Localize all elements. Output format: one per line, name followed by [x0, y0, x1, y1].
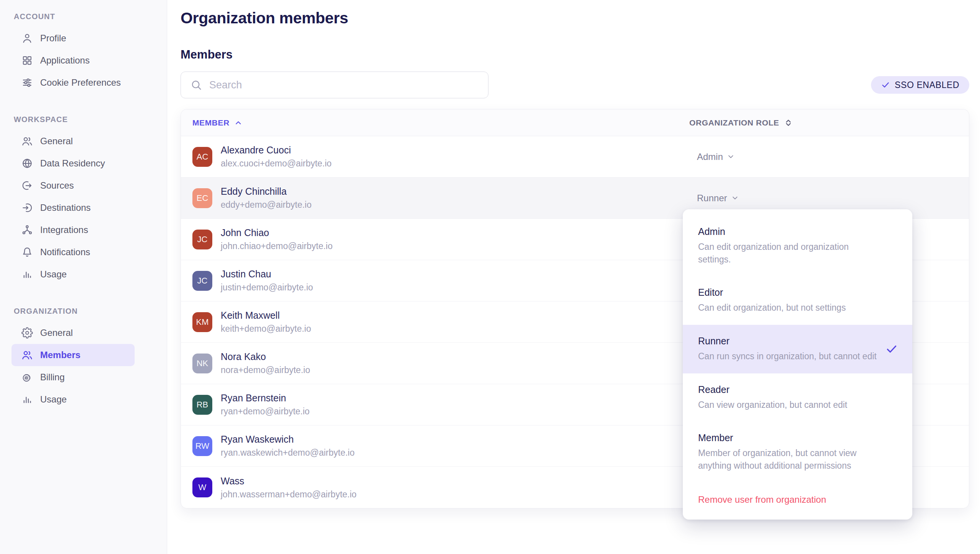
member-email: ryan+demo@airbyte.io — [221, 406, 309, 417]
sidebar-item-label: Sources — [40, 180, 74, 191]
chevron-down-icon — [731, 194, 739, 202]
role-dropdown-trigger[interactable]: Admin — [689, 152, 735, 162]
sidebar-item-label: Billing — [40, 372, 65, 383]
member-email: justin+demo@airbyte.io — [221, 282, 313, 293]
sidebar-item-label: Members — [40, 350, 80, 360]
sidebar-section-workspace: WORKSPACE General Data Residency Sources… — [11, 115, 167, 285]
member-cell: RB Ryan Bernstein ryan+demo@airbyte.io — [192, 393, 689, 417]
role-option-runner[interactable]: Runner Can run syncs in organization, bu… — [683, 325, 912, 373]
member-name: Keith Maxwell — [221, 310, 311, 321]
bar-chart-icon — [21, 269, 33, 280]
remove-user-button[interactable]: Remove user from organization — [683, 483, 912, 515]
column-header-organization-role[interactable]: ORGANIZATION ROLE — [689, 118, 793, 127]
role-option-description: Can run syncs in organization, but canno… — [698, 350, 878, 363]
role-option-reader[interactable]: Reader Can view organization, but cannot… — [683, 373, 912, 422]
section-label-workspace: WORKSPACE — [14, 115, 167, 124]
column-header-member[interactable]: MEMBER — [192, 118, 689, 127]
role-option-name: Admin — [698, 226, 880, 237]
member-name: Nora Kako — [221, 351, 310, 362]
sidebar-item-billing[interactable]: Billing — [11, 366, 135, 388]
sso-badge-label: SSO ENABLED — [895, 80, 959, 90]
globe-icon — [21, 158, 33, 169]
column-label: ORGANIZATION ROLE — [689, 118, 779, 127]
member-email: ryan.waskewich+demo@airbyte.io — [221, 448, 355, 458]
member-email: john.wasserman+demo@airbyte.io — [221, 489, 357, 500]
members-heading: Members — [181, 48, 969, 62]
sidebar-item-organization-general[interactable]: General — [11, 322, 135, 344]
members-toolbar: SSO ENABLED — [181, 72, 969, 98]
member-email: john.chiao+demo@airbyte.io — [221, 241, 333, 251]
search-box — [181, 72, 488, 98]
section-label-organization: ORGANIZATION — [14, 307, 167, 316]
member-cell: KM Keith Maxwell keith+demo@airbyte.io — [192, 310, 689, 334]
sidebar-item-label: Usage — [40, 269, 67, 280]
table-header: MEMBER ORGANIZATION ROLE — [181, 109, 969, 136]
role-option-name: Editor — [698, 287, 880, 298]
sidebar-item-profile[interactable]: Profile — [11, 27, 135, 49]
member-cell: EC Eddy Chinchilla eddy+demo@airbyte.io — [192, 186, 689, 210]
member-cell: NK Nora Kako nora+demo@airbyte.io — [192, 351, 689, 375]
chevron-up-icon — [234, 119, 243, 127]
avatar: W — [192, 477, 212, 497]
role-option-member[interactable]: Member Member of organization, but canno… — [683, 422, 912, 482]
avatar: KM — [192, 312, 212, 332]
destination-icon — [21, 202, 33, 213]
member-name: Alexandre Cuoci — [221, 145, 332, 156]
member-cell: JC John Chiao john.chiao+demo@airbyte.io — [192, 227, 689, 251]
sidebar-item-sources[interactable]: Sources — [11, 174, 135, 197]
avatar: AC — [192, 147, 212, 167]
users-icon — [21, 349, 33, 361]
check-icon — [886, 343, 898, 355]
sidebar-item-label: Notifications — [40, 247, 90, 257]
member-cell: RW Ryan Waskewich ryan.waskewich+demo@ai… — [192, 434, 689, 458]
sidebar-item-notifications[interactable]: Notifications — [11, 241, 135, 263]
sidebar-item-organization-usage[interactable]: Usage — [11, 388, 135, 411]
settings-sidebar: ACCOUNT Profile Applications Cookie Pref… — [0, 0, 167, 554]
role-option-name: Reader — [698, 384, 880, 395]
role-dropdown-trigger[interactable]: Runner — [689, 193, 739, 204]
bar-chart-icon — [21, 394, 33, 405]
role-value: Admin — [697, 152, 723, 162]
sidebar-item-label: Applications — [40, 55, 90, 66]
search-icon — [190, 79, 202, 91]
sidebar-item-label: Usage — [40, 394, 67, 405]
check-icon — [881, 80, 890, 90]
member-cell: W Wass john.wasserman+demo@airbyte.io — [192, 476, 689, 500]
sidebar-item-label: Data Residency — [40, 158, 105, 169]
sidebar-item-workspace-general[interactable]: General — [11, 130, 135, 152]
sidebar-item-members[interactable]: Members — [11, 344, 135, 366]
role-option-description: Member of organization, but cannot view … — [698, 447, 878, 472]
section-label-account: ACCOUNT — [14, 12, 167, 21]
search-input[interactable] — [209, 79, 479, 91]
sidebar-item-workspace-usage[interactable]: Usage — [11, 263, 135, 285]
avatar: JC — [192, 230, 212, 249]
sidebar-item-label: Cookie Preferences — [40, 77, 121, 88]
role-option-admin[interactable]: Admin Can edit organization and organiza… — [683, 215, 912, 276]
bell-icon — [21, 246, 33, 258]
role-option-description: Can edit organization and organization s… — [698, 241, 878, 266]
sliders-icon — [21, 77, 33, 88]
member-email: nora+demo@airbyte.io — [221, 365, 310, 375]
table-row: AC Alexandre Cuoci alex.cuoci+demo@airby… — [181, 136, 969, 178]
sidebar-item-data-residency[interactable]: Data Residency — [11, 152, 135, 174]
avatar: RB — [192, 395, 212, 415]
member-name: Ryan Bernstein — [221, 393, 309, 404]
avatar: NK — [192, 354, 212, 373]
sidebar-item-label: General — [40, 328, 73, 338]
sidebar-item-destinations[interactable]: Destinations — [11, 197, 135, 219]
member-email: eddy+demo@airbyte.io — [221, 200, 312, 210]
role-value: Runner — [697, 193, 727, 204]
sidebar-item-integrations[interactable]: Integrations — [11, 219, 135, 241]
app-root: ACCOUNT Profile Applications Cookie Pref… — [0, 0, 980, 554]
role-option-description: Can view organization, but cannot edit — [698, 399, 878, 411]
sidebar-item-cookie-preferences[interactable]: Cookie Preferences — [11, 72, 135, 94]
sidebar-item-applications[interactable]: Applications — [11, 49, 135, 72]
sso-enabled-badge: SSO ENABLED — [871, 76, 969, 94]
sidebar-item-label: General — [40, 136, 73, 147]
sidebar-item-label: Profile — [40, 33, 66, 44]
role-option-editor[interactable]: Editor Can edit organization, but not se… — [683, 276, 912, 325]
member-name: Eddy Chinchilla — [221, 186, 312, 197]
column-label: MEMBER — [192, 118, 230, 127]
sidebar-section-organization: ORGANIZATION General Members Billing Usa… — [11, 307, 167, 411]
sidebar-section-account: ACCOUNT Profile Applications Cookie Pref… — [11, 12, 167, 94]
